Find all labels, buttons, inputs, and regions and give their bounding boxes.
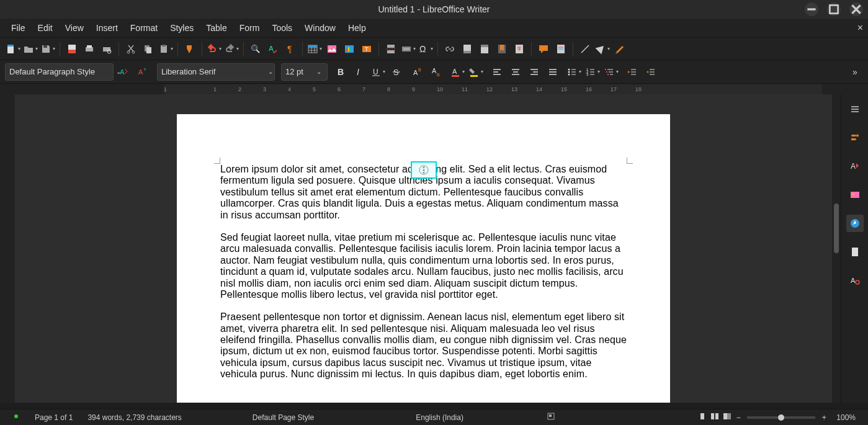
sidebar-styles-icon[interactable]: A	[846, 158, 864, 175]
new-button[interactable]: ▾	[5, 41, 21, 57]
print-button[interactable]	[81, 41, 97, 57]
sidebar-style-inspector-icon[interactable]: A	[846, 272, 864, 289]
strikethrough-button[interactable]: S	[388, 64, 405, 80]
save-indicator-icon[interactable]	[5, 413, 27, 422]
superscript-button[interactable]: AB	[409, 64, 426, 80]
insert-pagebreak-button[interactable]	[383, 41, 399, 57]
toolbar-overflow-button[interactable]: »	[847, 64, 863, 80]
status-selection-mode-icon[interactable]	[539, 412, 563, 423]
insert-table-button[interactable]: ▾	[306, 41, 323, 57]
insert-footnote-button[interactable]	[459, 41, 475, 57]
font-name-combo[interactable]: ⌄	[157, 63, 275, 81]
status-wordcount[interactable]: 394 words, 2,739 characters	[80, 413, 189, 422]
menu-edit[interactable]: Edit	[32, 20, 59, 35]
document-canvas[interactable]: Lorem ipsum dolor sit amet, consectetur …	[15, 94, 832, 403]
menu-tools[interactable]: Tools	[266, 20, 298, 35]
menu-help[interactable]: Help	[342, 20, 372, 35]
export-pdf-button[interactable]	[64, 41, 80, 57]
sidebar-page-icon[interactable]	[846, 243, 864, 261]
sidebar-navigator-icon[interactable]	[846, 215, 864, 232]
italic-button[interactable]: I	[351, 64, 367, 80]
redo-button[interactable]: ▾	[223, 41, 239, 57]
insert-bookmark-button[interactable]	[494, 41, 510, 57]
scrollbar-thumb[interactable]	[834, 204, 839, 253]
view-multi-icon[interactable]	[710, 412, 719, 423]
chevron-down-icon[interactable]: ⌄	[314, 63, 323, 81]
paste-button[interactable]: ▾	[158, 41, 174, 57]
unordered-list-button[interactable]: ▾	[566, 64, 582, 80]
font-color-button[interactable]: A▾	[449, 64, 465, 80]
update-style-button[interactable]: A	[116, 64, 132, 80]
status-page[interactable]: Page 1 of 1	[27, 413, 80, 422]
page[interactable]: Lorem ipsum dolor sit amet, consectetur …	[177, 114, 670, 403]
insert-field-button[interactable]: ▾	[400, 41, 416, 57]
status-pagestyle[interactable]: Default Page Style	[245, 413, 321, 422]
decrease-indent-button[interactable]	[643, 64, 659, 80]
menu-window[interactable]: Window	[298, 20, 342, 35]
paragraph[interactable]: Sed feugiat laoreet nulla, vitae pretium…	[220, 232, 627, 300]
zoom-out-button[interactable]: −	[733, 413, 743, 422]
track-changes-button[interactable]	[553, 41, 569, 57]
close-button[interactable]	[849, 2, 863, 16]
menu-styles[interactable]: Styles	[164, 20, 200, 35]
chevron-down-icon[interactable]: ⌄	[268, 63, 273, 81]
open-button[interactable]: ▾	[22, 41, 38, 57]
show-draw-button[interactable]	[612, 41, 628, 57]
align-right-button[interactable]	[526, 64, 542, 80]
paragraph[interactable]: Praesent pellentesque non tortor et dign…	[220, 311, 627, 380]
align-left-button[interactable]	[489, 64, 505, 80]
save-button[interactable]: ▾	[40, 41, 56, 57]
align-justify-button[interactable]	[545, 64, 561, 80]
print-preview-button[interactable]	[99, 41, 115, 57]
copy-button[interactable]	[140, 41, 156, 57]
outline-list-button[interactable]: ▾	[603, 64, 619, 80]
close-document-icon[interactable]: ×	[857, 22, 863, 34]
menu-format[interactable]: Format	[124, 20, 164, 35]
insert-comment-button[interactable]	[535, 41, 552, 57]
subscript-button[interactable]: AB	[428, 64, 444, 80]
basic-shapes-button[interactable]: ▾	[594, 41, 611, 57]
menu-form[interactable]: Form	[233, 20, 266, 35]
status-zoom[interactable]: 100%	[829, 413, 863, 422]
vertical-ruler[interactable]	[0, 94, 15, 403]
zoom-knob[interactable]	[778, 414, 784, 421]
maximize-button[interactable]	[827, 2, 841, 16]
sidebar-gallery-icon[interactable]	[846, 186, 864, 204]
underline-button[interactable]: U▾	[370, 64, 386, 80]
insert-textbox-button[interactable]: T	[359, 41, 375, 57]
menu-insert[interactable]: Insert	[90, 20, 124, 35]
zoom-slider[interactable]	[747, 416, 815, 419]
insert-hyperlink-button[interactable]	[442, 41, 458, 57]
insert-crossref-button[interactable]	[511, 41, 527, 57]
menu-file[interactable]: File	[5, 20, 32, 35]
paragraph-style-combo[interactable]: ⌄	[5, 63, 114, 81]
view-book-icon[interactable]	[723, 412, 732, 423]
formatting-marks-button[interactable]: ¶	[282, 41, 298, 57]
minimize-button[interactable]	[805, 2, 818, 16]
menu-table[interactable]: Table	[200, 20, 233, 35]
align-center-button[interactable]	[508, 64, 524, 80]
new-style-button[interactable]: A+	[135, 64, 151, 80]
spellcheck-button[interactable]: A	[265, 41, 281, 57]
increase-indent-button[interactable]	[624, 64, 640, 80]
insert-special-char-button[interactable]: Ω▾	[418, 41, 434, 57]
ordered-list-button[interactable]: 123▾	[584, 64, 601, 80]
cut-button[interactable]	[123, 41, 139, 57]
font-size-input[interactable]	[285, 67, 311, 76]
undo-button[interactable]: ▾	[206, 41, 222, 57]
find-replace-button[interactable]	[248, 41, 264, 57]
zoom-in-button[interactable]: +	[819, 413, 829, 422]
horizontal-ruler[interactable]: 1 1 2 3 4 5 6 7 8 9 10 11 12 13 14 15 16…	[164, 84, 822, 94]
font-size-combo[interactable]: ⌄	[281, 63, 328, 81]
insert-line-button[interactable]	[577, 41, 593, 57]
status-language[interactable]: English (India)	[408, 413, 471, 422]
insert-chart-button[interactable]	[341, 41, 357, 57]
insert-image-button[interactable]	[324, 41, 340, 57]
insert-endnote-button[interactable]	[477, 41, 493, 57]
sidebar-properties-icon[interactable]	[846, 129, 864, 146]
font-name-input[interactable]	[161, 67, 266, 76]
clone-formatting-button[interactable]	[182, 41, 198, 57]
vertical-scrollbar[interactable]	[832, 94, 841, 403]
paragraph-style-input[interactable]	[9, 67, 114, 76]
menu-view[interactable]: View	[59, 20, 90, 35]
